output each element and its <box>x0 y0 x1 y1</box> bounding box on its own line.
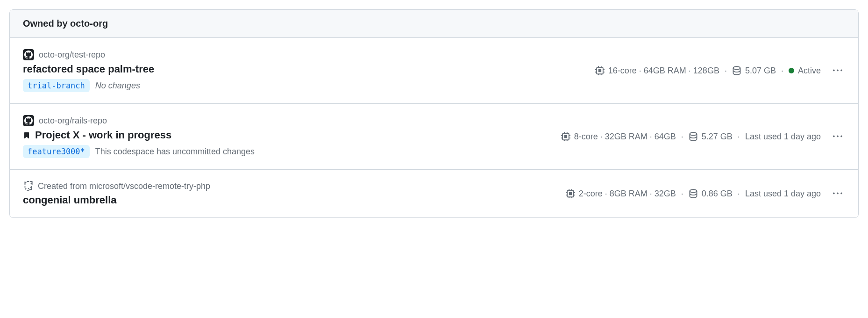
specs-text: 8-core · 32GB RAM · 64GB <box>574 132 676 142</box>
database-icon <box>689 189 698 198</box>
kebab-icon <box>833 66 842 75</box>
storage-text: 5.07 GB <box>745 66 776 76</box>
activity-text: Last used 1 day ago <box>745 189 821 199</box>
codespace-meta: 8-core · 32GB RAM · 64GB · 5.27 GB · Las… <box>561 129 845 144</box>
branch-line: feature3000* This codespace has uncommit… <box>23 145 255 158</box>
svg-point-1 <box>690 132 697 135</box>
bookmark-icon <box>23 130 30 140</box>
codespace-row: octo-org/test-repo refactored space palm… <box>10 38 858 104</box>
kebab-icon <box>833 189 842 198</box>
separator: · <box>780 66 785 76</box>
database-icon <box>689 132 698 141</box>
active-dot-icon <box>789 68 794 73</box>
branch-status: No changes <box>95 81 140 91</box>
panel-header: Owned by octo-org <box>10 10 858 38</box>
meta-info: 2-core · 8GB RAM · 32GB · 0.86 GB · Last… <box>566 189 821 199</box>
name-line: congenial umbrella <box>23 194 210 206</box>
separator: · <box>736 132 741 142</box>
meta-info: 16-core · 64GB RAM · 128GB · 5.07 GB · A… <box>595 66 821 76</box>
repo-line: octo-org/test-repo <box>23 49 154 60</box>
separator: · <box>680 189 685 199</box>
svg-point-0 <box>733 66 740 69</box>
github-icon <box>23 115 34 126</box>
codespace-name[interactable]: congenial umbrella <box>23 194 117 206</box>
branch-tag[interactable]: feature3000* <box>23 145 90 158</box>
more-actions-button[interactable] <box>830 63 845 78</box>
template-repo-icon <box>23 181 33 191</box>
codespace-name[interactable]: refactored space palm-tree <box>23 63 154 75</box>
separator: · <box>723 66 728 76</box>
codespace-name[interactable]: Project X - work in progress <box>35 129 171 141</box>
database-icon <box>732 66 741 75</box>
codespace-info: octo-org/rails-repo Project X - work in … <box>23 115 255 158</box>
specs-text: 16-core · 64GB RAM · 128GB <box>608 66 719 76</box>
name-line: refactored space palm-tree <box>23 63 154 75</box>
repo-name[interactable]: octo-org/test-repo <box>39 50 105 60</box>
separator: · <box>736 189 741 199</box>
cpu-icon <box>566 189 575 198</box>
branch-line: trial-branch No changes <box>23 79 154 92</box>
storage-text: 0.86 GB <box>702 189 733 199</box>
panel-title: Owned by octo-org <box>23 18 845 29</box>
more-actions-button[interactable] <box>830 129 845 144</box>
specs-text: 2-core · 8GB RAM · 32GB <box>579 189 676 199</box>
more-actions-button[interactable] <box>830 186 845 201</box>
branch-status: This codespace has uncommitted changes <box>95 147 255 157</box>
codespace-meta: 2-core · 8GB RAM · 32GB · 0.86 GB · Last… <box>566 186 845 201</box>
codespace-meta: 16-core · 64GB RAM · 128GB · 5.07 GB · A… <box>595 63 845 78</box>
codespace-row: Created from microsoft/vscode-remote-try… <box>10 170 858 217</box>
storage-text: 5.27 GB <box>702 132 733 142</box>
github-icon <box>23 49 34 60</box>
activity-text: Last used 1 day ago <box>745 132 821 142</box>
svg-point-2 <box>690 189 697 192</box>
codespace-info: Created from microsoft/vscode-remote-try… <box>23 181 210 206</box>
repo-line: octo-org/rails-repo <box>23 115 255 126</box>
kebab-icon <box>833 132 842 141</box>
branch-tag[interactable]: trial-branch <box>23 79 90 92</box>
cpu-icon <box>595 66 605 75</box>
name-line: Project X - work in progress <box>23 129 255 141</box>
repo-name[interactable]: octo-org/rails-repo <box>39 116 107 126</box>
template-source-text: Created from microsoft/vscode-remote-try… <box>38 181 210 191</box>
codespace-row: octo-org/rails-repo Project X - work in … <box>10 104 858 170</box>
meta-info: 8-core · 32GB RAM · 64GB · 5.27 GB · Las… <box>561 132 821 142</box>
activity-text: Active <box>798 66 821 76</box>
separator: · <box>680 132 685 142</box>
cpu-icon <box>561 132 570 141</box>
repo-line: Created from microsoft/vscode-remote-try… <box>23 181 210 191</box>
codespaces-panel: Owned by octo-org octo-org/test-repo ref… <box>9 9 859 218</box>
codespace-info: octo-org/test-repo refactored space palm… <box>23 49 154 92</box>
